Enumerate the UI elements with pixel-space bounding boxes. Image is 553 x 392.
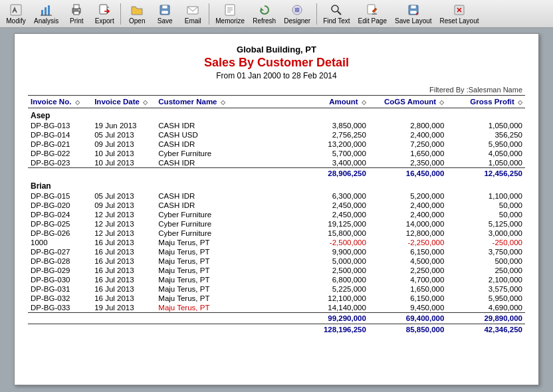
svg-rect-4: [48, 5, 50, 15]
svg-rect-30: [410, 11, 417, 14]
subtotal-amount: 28,906,250: [290, 168, 369, 179]
cell-invoice: DP-BG-027: [28, 247, 92, 256]
save-button[interactable]: Save: [152, 1, 178, 27]
col-header-customer[interactable]: Customer Name ◇: [156, 96, 290, 108]
cell-cogs: 7,250,000: [369, 140, 447, 149]
table-row: DP-BG-029 16 Jul 2013 Maju Terus, PT 2,5…: [28, 266, 525, 275]
cell-gp: 1,050,000: [447, 121, 525, 130]
save-layout-button[interactable]: Save Layout: [391, 1, 435, 27]
edit-page-label: Edit Page: [358, 17, 387, 25]
grandtotal-amount: 128,196,250: [290, 324, 369, 336]
reset-layout-button[interactable]: Reset Layout: [437, 1, 483, 27]
cell-gp: 3,750,000: [447, 247, 525, 256]
cell-date: 10 Jul 2013: [92, 158, 156, 168]
svg-rect-10: [100, 5, 107, 14]
content-area: Global Building, PT Sales By Customer De…: [0, 28, 553, 392]
cell-amount: 2,500,000: [290, 266, 369, 275]
cell-gp: 4,690,000: [447, 303, 525, 313]
grandtotal-cogs: 85,850,000: [369, 324, 447, 336]
cell-amount: 5,225,000: [290, 284, 369, 294]
table-row: DP-BG-027 16 Jul 2013 Maju Terus, PT 9,9…: [28, 247, 525, 256]
cell-amount: 5,700,000: [290, 149, 369, 158]
open-label: Open: [129, 17, 145, 25]
sort-arrow-amount: ◇: [362, 99, 366, 106]
col-header-amount[interactable]: Amount ◇: [290, 96, 369, 108]
cell-cogs: 9,450,000: [369, 303, 447, 313]
cell-date: 12 Jul 2013: [92, 219, 156, 229]
table-row: DP-BG-028 16 Jul 2013 Maju Terus, PT 5,0…: [28, 256, 525, 266]
export-button[interactable]: Export: [91, 1, 118, 27]
cell-customer: CASH USD: [156, 130, 290, 140]
table-row: DP-BG-024 12 Jul 2013 Cyber Furniture 2,…: [28, 210, 525, 219]
cell-date: 10 Jul 2013: [92, 149, 156, 158]
cell-cogs: 14,000,000: [369, 219, 447, 229]
cell-invoice: DP-BG-021: [28, 140, 92, 149]
designer-button[interactable]: Designer: [280, 1, 314, 27]
cell-customer: Maju Terus, PT: [156, 266, 290, 275]
refresh-button[interactable]: Refresh: [249, 1, 279, 27]
cell-customer: CASH IDR: [156, 121, 290, 130]
cell-date: 05 Jul 2013: [92, 191, 156, 201]
cell-invoice: DP-BG-020: [28, 201, 92, 210]
cell-customer: Maju Terus, PT: [156, 256, 290, 266]
table-row: DP-BG-033 19 Jul 2013 Maju Terus, PT 14,…: [28, 303, 525, 313]
table-row: DP-BG-031 16 Jul 2013 Maju Terus, PT 5,2…: [28, 284, 525, 294]
email-button[interactable]: Email: [179, 1, 206, 27]
cell-cogs: 4,700,000: [369, 275, 447, 284]
svg-rect-14: [162, 5, 167, 9]
report-table: Filtered By :Salesman Name Invoice No. ◇…: [28, 86, 525, 335]
table-row: DP-BG-020 09 Jul 2013 CASH IDR 2,450,000…: [28, 201, 525, 210]
cell-cogs: -2,250,000: [369, 238, 447, 247]
cell-date: 16 Jul 2013: [92, 275, 156, 284]
subtotal-label: [28, 313, 290, 324]
cell-amount: 12,100,000: [290, 294, 369, 303]
refresh-label: Refresh: [253, 17, 276, 25]
subtotal-row: 99,290,000 69,400,000 29,890,000: [28, 313, 525, 324]
cell-cogs: 6,150,000: [369, 247, 447, 256]
svg-rect-15: [162, 11, 168, 14]
modify-label: Modify: [6, 17, 25, 25]
svg-line-25: [338, 11, 341, 15]
edit-page-button[interactable]: Edit Page: [355, 1, 390, 27]
modify-button[interactable]: Modify: [3, 1, 29, 27]
cell-cogs: 1,650,000: [369, 149, 447, 158]
table-row: DP-BG-032 16 Jul 2013 Maju Terus, PT 12,…: [28, 294, 525, 303]
cell-customer: CASH IDR: [156, 201, 290, 210]
cell-cogs: 4,500,000: [369, 256, 447, 266]
find-text-label: Find Text: [323, 17, 350, 25]
cell-cogs: 2,400,000: [369, 201, 447, 210]
col-header-date[interactable]: Invoice Date ◇: [92, 96, 156, 108]
print-button[interactable]: Print: [63, 1, 90, 27]
grandtotal-gp: 42,346,250: [447, 324, 525, 336]
memorize-button[interactable]: Memorize: [212, 1, 248, 27]
col-header-invoice[interactable]: Invoice No. ◇: [28, 96, 92, 108]
cell-date: 16 Jul 2013: [92, 294, 156, 303]
cell-invoice: 1000: [28, 238, 92, 247]
cell-gp: 250,000: [447, 266, 525, 275]
cell-customer: CASH IDR: [156, 140, 290, 149]
open-button[interactable]: Open: [124, 1, 150, 27]
col-header-cogs[interactable]: CoGS Amount ◇: [369, 96, 447, 108]
cell-invoice: DP-BG-030: [28, 275, 92, 284]
cell-amount: 13,200,000: [290, 140, 369, 149]
group-header: Brian: [28, 179, 525, 191]
report-title: Sales By Customer Detail: [28, 56, 525, 70]
analysis-button[interactable]: Analysis: [31, 1, 62, 27]
cell-gp: 500,000: [447, 256, 525, 266]
cell-cogs: 2,250,000: [369, 266, 447, 275]
cell-cogs: 2,400,000: [369, 130, 447, 140]
report-window: Global Building, PT Sales By Customer De…: [14, 33, 539, 385]
export-label: Export: [95, 17, 114, 25]
group-name: Brian: [28, 179, 525, 191]
cell-invoice: DP-BG-026: [28, 229, 92, 238]
cell-customer: Cyber Furniture: [156, 149, 290, 158]
cell-date: 09 Jul 2013: [92, 201, 156, 210]
cell-gp: 1,100,000: [447, 191, 525, 201]
separator-3: [316, 3, 317, 25]
col-header-gp[interactable]: Gross Profit ◇: [447, 96, 525, 108]
table-row: DP-BG-026 12 Jul 2013 Cyber Furniture 15…: [28, 229, 525, 238]
cell-amount: 5,000,000: [290, 256, 369, 266]
find-text-button[interactable]: Find Text: [320, 1, 353, 27]
cell-customer: Cyber Furniture: [156, 210, 290, 219]
table-row: DP-BG-025 12 Jul 2013 Cyber Furniture 19…: [28, 219, 525, 229]
